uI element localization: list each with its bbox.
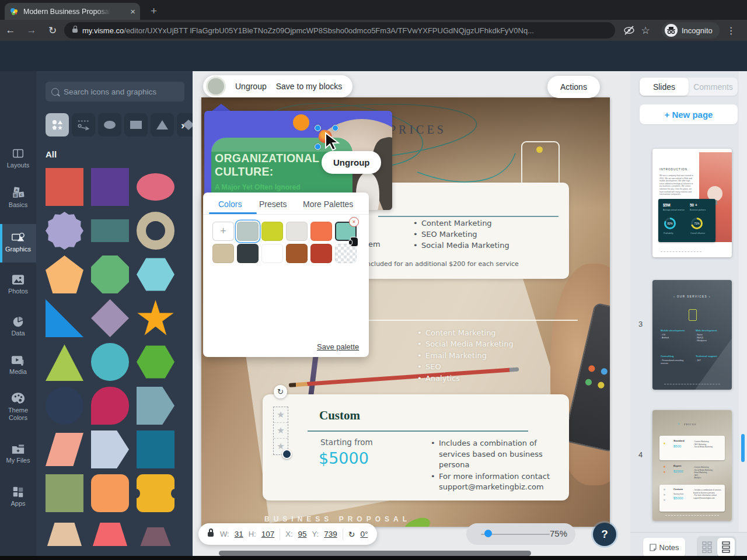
sidebar-item-basics[interactable]: A B C Basics bbox=[0, 186, 36, 216]
color-swatch-#b9c7c5[interactable] bbox=[237, 222, 259, 241]
shape-green-hexagon[interactable] bbox=[137, 343, 174, 381]
shape-green-octagon[interactable] bbox=[91, 256, 129, 293]
eye-off-icon[interactable] bbox=[623, 24, 635, 36]
group-color-swatch[interactable] bbox=[206, 76, 226, 96]
notes-button[interactable]: Notes bbox=[643, 538, 685, 557]
selection-handle[interactable] bbox=[315, 125, 321, 131]
shape-pink-ellipse[interactable] bbox=[137, 168, 174, 206]
selection-handle[interactable] bbox=[315, 144, 321, 150]
sidebar-item-graphics[interactable]: Graphics bbox=[0, 224, 36, 262]
forward-icon[interactable]: → bbox=[21, 24, 42, 36]
shape-teal-square[interactable] bbox=[137, 430, 174, 468]
list-view-button[interactable] bbox=[717, 538, 735, 556]
y-value[interactable]: 739 bbox=[324, 530, 337, 538]
shape-navy-circle[interactable] bbox=[46, 387, 83, 425]
zoom-slider-knob[interactable] bbox=[484, 530, 492, 537]
category-diamond[interactable] bbox=[177, 113, 193, 136]
shape-blue-right-triangle[interactable] bbox=[46, 299, 83, 337]
tab-slides[interactable]: Slides bbox=[640, 78, 689, 96]
color-swatch-#333d42[interactable] bbox=[237, 244, 259, 263]
sidebar-item-photos[interactable]: Photos bbox=[0, 274, 36, 302]
panel-scrollbar[interactable] bbox=[741, 434, 745, 462]
color-swatch-#cfc0a0[interactable] bbox=[212, 244, 234, 263]
bookmark-star-icon[interactable]: ☆ bbox=[635, 24, 656, 37]
selection-handle[interactable] bbox=[332, 125, 338, 131]
color-swatch-#ffffff[interactable] bbox=[261, 244, 283, 263]
category-lines-arrows[interactable] bbox=[72, 113, 95, 136]
x-value[interactable]: 95 bbox=[298, 530, 307, 538]
selection-resize-handle[interactable] bbox=[282, 449, 292, 459]
shape-mauve-diamond[interactable] bbox=[91, 299, 129, 337]
shape-purple-square[interactable] bbox=[91, 168, 129, 206]
rotate-handle[interactable]: ↻ bbox=[274, 385, 287, 398]
shape-lightsteel-arrow-pentagon[interactable] bbox=[91, 430, 129, 468]
sidebar-item-media[interactable]: Media bbox=[0, 355, 36, 383]
shape-mauve-trapezoid[interactable] bbox=[137, 518, 174, 546]
slide-title[interactable]: PRICES bbox=[389, 123, 446, 136]
new-tab-icon[interactable]: + bbox=[151, 5, 157, 18]
tab-close-icon[interactable]: × bbox=[130, 7, 135, 16]
shape-coral-trapezoid[interactable] bbox=[91, 518, 129, 546]
shape-lime-triangle[interactable] bbox=[46, 343, 83, 381]
editor-canvas[interactable]: PRICES Content MarketingSEO MarketingSoc… bbox=[193, 71, 630, 560]
address-bar[interactable]: my.visme.co /editor/UXYxUjBTT lFlaGgrbU0… bbox=[64, 22, 615, 38]
color-swatch-#b93e2b[interactable] bbox=[310, 244, 332, 263]
shape-orange-star[interactable] bbox=[137, 299, 174, 337]
tab-colors[interactable]: Colors bbox=[218, 200, 242, 209]
help-button[interactable]: ? bbox=[593, 523, 616, 546]
ungroup-tooltip[interactable]: Ungroup bbox=[322, 151, 381, 174]
category-rectangle[interactable] bbox=[124, 113, 148, 136]
search-input[interactable]: Search icons and graphics bbox=[46, 82, 184, 102]
sidebar-item-theme-colors[interactable]: Theme Colors bbox=[0, 392, 36, 428]
category-ellipse[interactable] bbox=[98, 113, 121, 136]
grid-view-button[interactable] bbox=[699, 538, 716, 556]
category-triangle[interactable] bbox=[151, 113, 174, 136]
shape-tan-trapezoid[interactable] bbox=[46, 518, 83, 546]
shape-steel-arrow-pentagon[interactable] bbox=[137, 387, 174, 425]
browser-tab[interactable]: Modern Business Proposal × bbox=[5, 3, 140, 20]
width-value[interactable]: 31 bbox=[235, 530, 243, 538]
sidebar-item-data[interactable]: Data bbox=[0, 315, 36, 343]
lock-aspect-icon[interactable] bbox=[208, 532, 214, 537]
shape-yellow-ticket[interactable] bbox=[137, 474, 174, 512]
actions-button[interactable]: Actions bbox=[547, 76, 600, 98]
shape-teal-rectangle[interactable] bbox=[91, 212, 129, 250]
reload-icon[interactable]: ↻ bbox=[42, 24, 63, 37]
slide-thumbnail-3[interactable]: ★ INTRODUCTION We are a company that was… bbox=[652, 149, 732, 257]
category-all-shapes[interactable] bbox=[46, 113, 69, 136]
slide-thumbnail-4[interactable]: ‹ OUR SERVICES › Mobile development iOSA… bbox=[652, 280, 732, 390]
shape-orange-rounded-square[interactable] bbox=[91, 474, 129, 512]
ungroup-button[interactable]: Ungroup bbox=[235, 82, 267, 91]
slide-thumbnail-5-selected[interactable]: ‹ PRICES ★ Standard $500 Content Marketi… bbox=[652, 410, 732, 521]
selected-stars-element[interactable]: ★ ★ ★ bbox=[273, 407, 288, 455]
browser-menu-icon[interactable]: ⋮ bbox=[727, 25, 736, 36]
delete-swatch-icon[interactable]: × bbox=[349, 217, 359, 227]
panel-scroll-track[interactable] bbox=[739, 71, 747, 532]
tab-more-palettes[interactable]: More Palettes bbox=[303, 200, 353, 209]
shape-crimson-arch[interactable] bbox=[91, 387, 129, 425]
shape-red-square[interactable] bbox=[46, 168, 83, 206]
save-to-blocks-button[interactable]: Save to my blocks bbox=[276, 82, 343, 91]
sidebar-item-layouts[interactable]: Layouts bbox=[0, 147, 36, 175]
shape-orange-pentagon[interactable] bbox=[46, 256, 83, 293]
shape-teal-circle[interactable] bbox=[91, 343, 129, 381]
categories-scroll-chevron-icon[interactable]: › bbox=[181, 119, 184, 132]
shape-salmon-parallelogram[interactable] bbox=[46, 430, 83, 468]
shape-lightblue-hexagon[interactable] bbox=[137, 256, 174, 293]
color-swatch-#a2582a[interactable] bbox=[286, 244, 308, 263]
shape-olive-square[interactable] bbox=[46, 474, 83, 512]
back-icon[interactable]: ← bbox=[0, 24, 21, 36]
tab-presets[interactable]: Presets bbox=[259, 200, 287, 209]
sidebar-item-apps[interactable]: Apps bbox=[0, 485, 36, 513]
horizontal-scrollbar[interactable] bbox=[219, 551, 531, 556]
sidebar-item-my-files[interactable]: My Files bbox=[0, 443, 36, 471]
color-swatch-#e6e4e1[interactable] bbox=[286, 222, 308, 241]
color-swatch-#f3734b[interactable] bbox=[310, 222, 332, 241]
rotation-value[interactable]: 0° bbox=[360, 530, 368, 538]
add-swatch[interactable]: + bbox=[212, 222, 234, 241]
custom-price-card[interactable]: Custom Starting from $5000 Includes a co… bbox=[263, 394, 569, 501]
save-palette-link[interactable]: Save palette bbox=[317, 342, 359, 351]
tab-comments[interactable]: Comments bbox=[689, 78, 738, 96]
color-swatch-#ccd32b[interactable] bbox=[261, 222, 283, 241]
shape-lavender-starburst[interactable] bbox=[46, 212, 83, 250]
